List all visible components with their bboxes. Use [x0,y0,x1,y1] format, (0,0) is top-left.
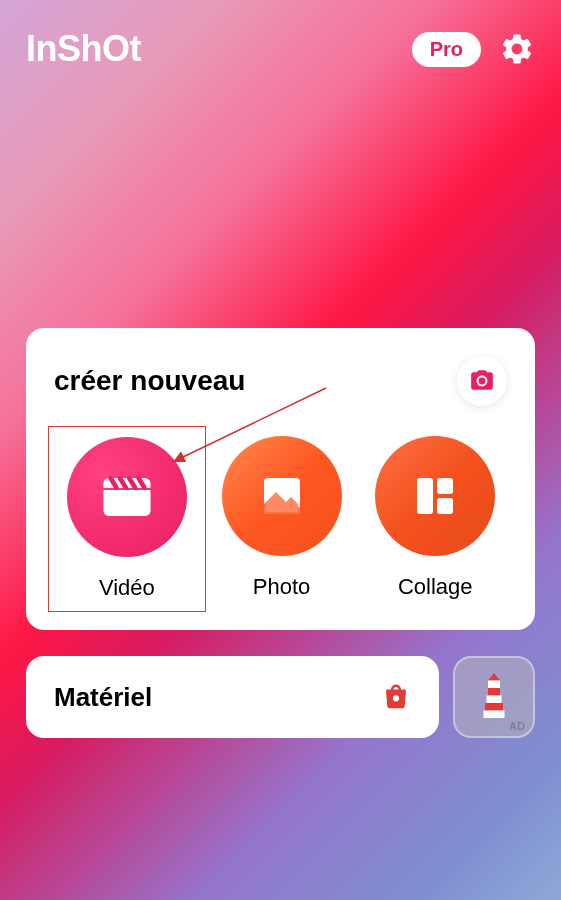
video-option[interactable]: Vidéo [48,426,206,612]
svg-marker-9 [488,673,500,681]
svg-rect-10 [488,681,500,689]
video-circle [67,437,187,557]
material-button[interactable]: Matériel [26,656,439,738]
app-header: InShOt Pro [0,0,561,98]
clapperboard-icon [99,469,155,525]
ad-button[interactable]: AD [453,656,535,738]
pro-button[interactable]: Pro [412,32,481,67]
photo-option[interactable]: Photo [210,436,354,602]
camera-button[interactable] [457,356,507,406]
shopping-bag-icon [381,682,411,712]
svg-rect-13 [485,703,503,711]
ad-label: AD [509,720,525,732]
svg-rect-6 [437,478,453,494]
material-title: Matériel [54,682,152,713]
header-actions: Pro [412,31,535,67]
svg-rect-14 [484,711,505,719]
lighthouse-icon [476,673,512,721]
app-logo: InShOt [26,28,141,70]
photo-label: Photo [253,574,311,600]
svg-rect-7 [437,498,453,514]
create-title: créer nouveau [54,365,245,397]
svg-rect-11 [488,688,500,696]
create-card-header: créer nouveau [54,356,507,406]
collage-label: Collage [398,574,473,600]
gear-icon [499,31,535,67]
image-icon [258,472,306,520]
create-options: Vidéo Photo Colla [54,436,507,602]
collage-option[interactable]: Collage [363,436,507,602]
settings-button[interactable] [499,31,535,67]
create-new-card: créer nouveau Vidéo [26,328,535,630]
grid-icon [411,472,459,520]
material-row: Matériel AD [26,656,535,738]
svg-rect-12 [487,696,502,704]
camera-icon [469,368,495,394]
video-label: Vidéo [99,575,155,601]
collage-circle [375,436,495,556]
svg-rect-5 [417,478,433,514]
photo-circle [222,436,342,556]
